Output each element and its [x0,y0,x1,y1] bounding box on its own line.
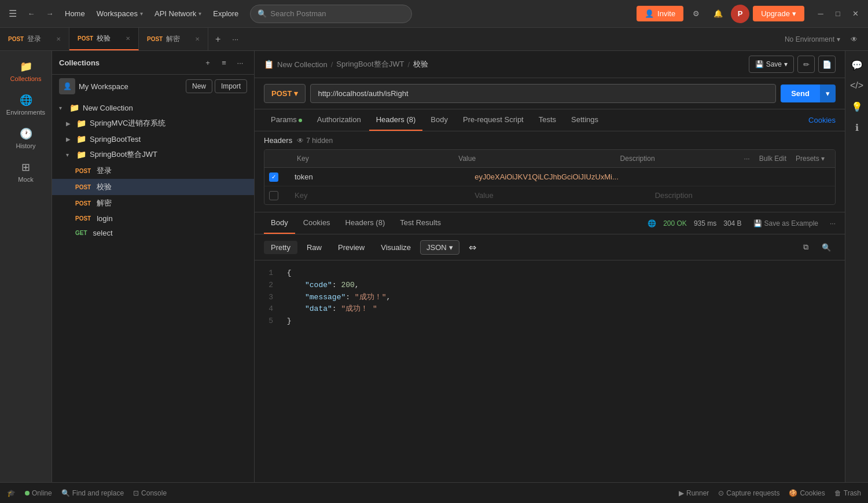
workspaces-link[interactable]: Workspaces ▾ [92,7,148,20]
edit-button[interactable]: ✏ [797,56,815,73]
right-panel-info-button[interactable]: ℹ [848,118,866,137]
sidebar-item-environments[interactable]: 🌐 Environments [3,89,49,120]
header-value-placeholder[interactable]: Value [475,189,650,202]
code-view-pretty[interactable]: Pretty [264,241,297,254]
copy-response-button[interactable]: ⧉ [796,238,815,256]
res-tab-cookies[interactable]: Cookies [296,212,337,234]
search-input[interactable]: 🔍 Search Postman [250,5,412,23]
tab-body[interactable]: Body [424,109,455,131]
tab-post-verify[interactable]: POST 校验 ✕ [69,28,139,50]
api-network-link[interactable]: API Network ▾ [150,7,206,20]
tab-close-icon[interactable]: ✕ [126,35,130,42]
home-link[interactable]: Home [60,7,90,20]
json-format-selector[interactable]: JSON ▾ [420,240,459,255]
header-value[interactable]: eyJ0eXAiOiJKV1QiLCJhbGciOiJIUzUxMi... [475,170,650,183]
request-post-login[interactable]: POST 登录 [52,163,254,179]
tab-params[interactable]: Params [264,109,309,131]
tab-post-login[interactable]: POST 登录 ✕ [0,28,69,50]
search-response-button[interactable]: 🔍 [817,238,836,256]
request-get-select[interactable]: GET select [52,226,254,240]
collection-new-collection[interactable]: ▾ 📁 New Collection [52,100,254,115]
trash-button[interactable]: 🗑 Trash [834,489,861,497]
sidebar-item-collections[interactable]: 📁 Collections [3,56,49,87]
tab-pre-request-script[interactable]: Pre-request Script [456,109,531,131]
panel-more-button[interactable]: ··· [233,56,247,69]
header-description-placeholder[interactable]: Description [655,189,830,202]
tab-headers[interactable]: Headers (8) [369,109,423,131]
response-more-button[interactable]: ··· [830,219,836,227]
send-main-button[interactable]: Send [781,85,820,102]
nav-back-btn[interactable]: ← [23,6,39,22]
sidebar-item-history[interactable]: 🕐 History [3,123,49,154]
right-panel-comment-button[interactable]: 💬 [848,56,866,74]
right-panel-bulb-button[interactable]: 💡 [848,97,866,116]
menu-icon[interactable]: ☰ [5,6,21,22]
folder-springboottest[interactable]: ▶ 📁 SpringBootTest [52,131,254,146]
breadcrumb-collection[interactable]: New Collection [277,60,328,69]
code-view-raw[interactable]: Raw [300,241,329,254]
tab-tests[interactable]: Tests [532,109,563,131]
find-replace-button[interactable]: 🔍 Find and replace [61,489,124,497]
header-description[interactable] [655,175,830,179]
minimize-button[interactable]: ─ [812,6,829,22]
cookies-link[interactable]: Cookies [808,116,836,124]
tab-close-icon[interactable]: ✕ [56,36,61,42]
more-columns-button[interactable]: ··· [741,153,753,164]
nav-forward-btn[interactable]: → [42,6,58,22]
save-as-example-button[interactable]: 💾 Save as Example [749,217,823,230]
breadcrumb-folder[interactable]: SpringBoot整合JWT [336,59,404,69]
code-view-visualize[interactable]: Visualize [374,241,418,254]
right-panel-code-button[interactable]: </> [848,76,866,95]
no-environment-selector[interactable]: No Environment ▾ [785,35,840,43]
folder-springmvc[interactable]: ▶ 📁 SpringMVC进销存系统 [52,115,254,131]
send-chevron-button[interactable]: ▾ [820,85,836,102]
save-button[interactable]: 💾 Save ▾ [749,56,794,73]
tab-close-icon[interactable]: ✕ [195,36,200,42]
bulk-edit-button[interactable]: Bulk Edit [756,153,790,164]
more-tabs-button[interactable]: ··· [227,35,243,43]
cookies-button[interactable]: 🍪 Cookies [789,489,825,497]
request-post-loginalt[interactable]: POST login [52,211,254,226]
env-settings-button[interactable]: 👁 [845,30,863,49]
request-post-verify[interactable]: POST 校验 [52,179,254,195]
close-button[interactable]: ✕ [847,6,863,22]
new-button[interactable]: New [186,79,212,93]
explore-link[interactable]: Explore [208,7,243,20]
capture-requests-button[interactable]: ⊙ Capture requests [718,489,779,497]
hidden-count-badge[interactable]: 👁 7 hidden [297,137,333,145]
send-button[interactable]: Send ▾ [781,85,836,102]
res-tab-body[interactable]: Body [264,212,295,234]
row-checkbox-empty[interactable] [269,191,278,200]
doc-button[interactable]: 📄 [818,56,836,73]
console-button[interactable]: ⊡ Console [133,489,167,497]
request-post-decrypt[interactable]: POST 解密 [52,195,254,211]
avatar-button[interactable]: P [731,5,749,23]
res-tab-test-results[interactable]: Test Results [393,212,448,234]
status-bootcamp[interactable]: 🎓 [7,489,16,497]
tab-post-decrypt[interactable]: POST 解密 ✕ [139,28,208,50]
import-button[interactable]: Import [215,79,247,93]
method-selector[interactable]: POST ▾ [264,84,306,103]
upgrade-button[interactable]: Upgrade ▾ [753,6,804,21]
sidebar-item-mock[interactable]: ⊞ Mock [3,156,49,188]
status-online[interactable]: Online [25,489,52,497]
settings-button[interactable]: ⚙ [687,5,705,23]
add-collection-button[interactable]: + [201,56,215,69]
bell-button[interactable]: 🔔 [709,5,727,23]
code-view-preview[interactable]: Preview [331,241,372,254]
invite-button[interactable]: 👤 Invite [637,6,683,21]
url-input[interactable] [310,84,776,103]
folder-springboot-jwt[interactable]: ▾ 📁 SpringBoot整合JWT [52,146,254,163]
tab-authorization[interactable]: Authorization [310,109,368,131]
row-checkbox[interactable]: ✓ [269,172,278,182]
header-key[interactable]: token [295,170,470,183]
wrap-lines-button[interactable]: ⇔ [462,240,483,255]
filter-button[interactable]: ≡ [217,56,231,69]
presets-button[interactable]: Presets ▾ [792,153,828,164]
maximize-button[interactable]: □ [830,6,846,22]
header-key-placeholder[interactable]: Key [295,189,470,202]
add-tab-button[interactable]: + [208,34,227,45]
runner-button[interactable]: ▶ Runner [679,489,709,497]
tab-settings[interactable]: Settings [564,109,605,131]
res-tab-headers[interactable]: Headers (8) [339,212,392,234]
